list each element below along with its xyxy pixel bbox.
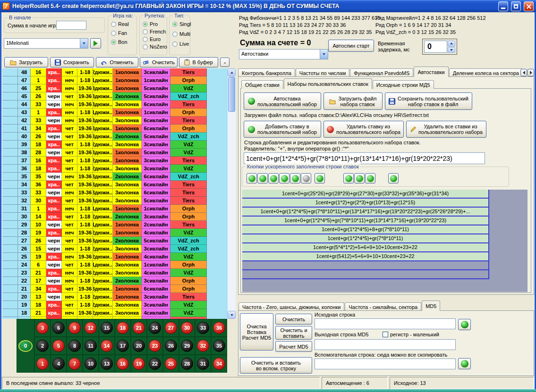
board-cell-0[interactable]: 0: [17, 319, 34, 373]
tab-исходные-строки-мд5[interactable]: Исходные строки МД5: [373, 80, 434, 89]
radio-multi[interactable]: Multi: [172, 31, 191, 37]
tabs-scroll-left-button[interactable]: [520, 69, 527, 76]
tab-наборы-пользовательских-ставок[interactable]: Наборы пользовательских ставок: [284, 78, 372, 89]
maximize-button[interactable]: [511, 1, 521, 11]
history-row[interactable]: 3014кра..чет1-182дюжи...2колонка3сиклайн…: [2, 213, 228, 221]
tab-частота-zero-шансы-дюжины-колонки[interactable]: Частота - Zero, шансы, дюжины, колонки: [238, 302, 344, 311]
history-row[interactable]: 1727кра..неч19-363дюжи...3колонка5сиклай…: [2, 317, 228, 319]
minimize-button[interactable]: [498, 1, 508, 11]
start-sum-input[interactable]: [56, 21, 86, 30]
history-row[interactable]: 246чернчет1-181дюжи...3колонка1сиклайнOr…: [2, 261, 228, 269]
load-button[interactable]: Загрузить: [4, 57, 48, 67]
register-checkbox[interactable]: [383, 332, 388, 337]
md5-source-input[interactable]: [315, 318, 456, 329]
scroll-down-button[interactable]: [228, 311, 236, 319]
board-cell-6[interactable]: 6: [51, 319, 67, 337]
radio-live[interactable]: Live: [172, 41, 191, 47]
bet-list-row[interactable]: 1cent+0+gr(25*26)+gr(28*29)+gr(27*30)+gr…: [242, 190, 489, 199]
md5-multi-button[interactable]: Очистка Вставка Расчет MD5: [240, 313, 273, 350]
board-cell-15[interactable]: 15: [99, 319, 115, 337]
preset-combobox[interactable]: 1Melonati: [4, 38, 88, 49]
board-cell-22[interactable]: 22: [147, 355, 163, 373]
history-row[interactable]: 4526чернчет19-363дюжи...2колонка5сиклайн…: [2, 92, 228, 100]
tab-частота-сиклайны-сектора[interactable]: Частота - сиклайны, сектора: [345, 302, 421, 311]
close-button[interactable]: [524, 1, 534, 11]
tab-деление-колеса-на-сектора[interactable]: Деление колеса на сектора: [449, 68, 523, 77]
delay-spinner-value[interactable]: 0: [424, 41, 447, 53]
radio-french[interactable]: French: [143, 28, 167, 35]
history-row[interactable]: 2217черннеч1-182дюжи...2колонка3сиклайнO…: [2, 277, 228, 285]
chip-button[interactable]: [279, 173, 289, 183]
board-cell-7[interactable]: 7: [67, 355, 83, 373]
history-row[interactable]: 4816кра..чет1-182дюжи...1колонка3сиклайн…: [2, 68, 228, 76]
chip-button[interactable]: [247, 173, 257, 183]
history-row[interactable]: 3333черннеч19-363дюжи...3колонка6сиклайн…: [2, 189, 228, 197]
radio-euro[interactable]: Euro: [143, 36, 167, 42]
board-cell-5[interactable]: 5: [51, 337, 67, 355]
board-cell-14[interactable]: 14: [99, 337, 115, 355]
history-row[interactable]: 1918кра..чет1-182дюжи...3колонка3сиклайн…: [2, 301, 228, 309]
board-cell-17[interactable]: 17: [115, 337, 131, 355]
collapse-button[interactable]: -: [220, 58, 230, 67]
board-cell-20[interactable]: 20: [131, 337, 147, 355]
radio-real[interactable]: Real: [111, 21, 129, 27]
radio-fan[interactable]: Fan: [111, 30, 129, 36]
remove-all-bets-button[interactable]: Удалить все ставки из пользовательского …: [406, 121, 486, 138]
board-cell-27[interactable]: 27: [163, 319, 179, 337]
md5-aux-input[interactable]: [315, 359, 456, 369]
history-row[interactable]: 2615черннеч1-182дюжи...3колонка3сиклайнV…: [2, 245, 228, 253]
board-cell-34[interactable]: 34: [211, 355, 227, 373]
history-row[interactable]: 3828чернчет19-363дюжи...1колонка5сиклайн…: [2, 149, 228, 157]
history-row[interactable]: 3230кра..чет19-363дюжи...3колонка5сиклай…: [2, 197, 228, 205]
board-cell-10[interactable]: 10: [83, 355, 99, 373]
play-button[interactable]: [90, 38, 101, 49]
history-row[interactable]: 4233черннеч19-363дюжи...3колонка6сиклайн…: [2, 117, 228, 125]
board-cell-35[interactable]: 35: [211, 337, 227, 355]
history-row[interactable]: 311кра..неч1-181дюжи...1колонка1сиклайнO…: [2, 205, 228, 213]
clear-button[interactable]: Очистить: [140, 57, 178, 67]
board-cell-32[interactable]: 32: [195, 337, 211, 355]
spin-down-button[interactable]: [448, 47, 455, 53]
history-row[interactable]: 2726чернчет19-363дюжи...2колонка5сиклайн…: [2, 237, 228, 245]
bet-list-row[interactable]: 1cent+gr(5*4*1*2)+5+6+9+10+10cent+23+22: [242, 243, 489, 252]
chip-button[interactable]: [365, 173, 375, 183]
md5-source-go-button[interactable]: [458, 319, 471, 330]
bet-list-row[interactable]: 1cent+0+gr(1*2*4*5)+gr(7*8*10*11)+gr(13*…: [242, 217, 489, 225]
radio-singl[interactable]: Singl: [172, 21, 191, 27]
history-row[interactable]: 2910чернчет1-181дюжи...1колонка2сиклайнT…: [2, 221, 228, 229]
history-row[interactable]: 3918кра..чет1-182дюжи...3колонка3сиклайн…: [2, 141, 228, 149]
history-row[interactable]: 1821кра..неч19-362дюжи...3колонка4сиклай…: [2, 309, 228, 317]
board-cell-13[interactable]: 13: [99, 355, 115, 373]
bet-string-input[interactable]: [244, 152, 485, 164]
history-row[interactable]: 2013черннеч1-182дюжи...1колонка3сиклайнT…: [2, 293, 228, 301]
autospin-start-button[interactable]: Автоспин старт: [328, 40, 374, 52]
bet-list-row[interactable]: 1cent+0+gr(1*2*4*5)+8+gr(7*8*10*11): [242, 225, 489, 234]
history-row[interactable]: 3618кра..чет1-182дюжи...3колонка3сиклайн…: [2, 165, 228, 173]
save-bet-set-file-button[interactable]: Сохранить пользовательский набор ставок …: [385, 92, 472, 110]
history-row[interactable]: 431кра..неч1-181дюжи...1колонка1сиклайнO…: [2, 108, 228, 117]
md5-clear-paste-aux-button[interactable]: Очистить и вставить во вспом. строку: [240, 357, 312, 374]
chip-button[interactable]: [301, 173, 311, 183]
md5-calc-button[interactable]: Расчет MD5: [275, 341, 312, 352]
md5-clear-paste-button[interactable]: Очистить и вставить: [275, 326, 312, 340]
radio-nozero[interactable]: NoZero: [143, 43, 167, 50]
history-row[interactable]: 3716кра..чет1-182дюжи...1колонка3сиклайн…: [2, 157, 228, 165]
board-cell-4[interactable]: 4: [51, 355, 67, 373]
scroll-up-button[interactable]: [228, 68, 236, 76]
md5-aux-go-button[interactable]: [458, 358, 471, 369]
tab-частоты-по-числам[interactable]: Частоты по числам: [296, 68, 349, 77]
chevron-down-icon[interactable]: [80, 39, 88, 48]
to-buffer-button[interactable]: В буфер: [179, 57, 218, 67]
md5-clear-button[interactable]: Очистить: [275, 314, 312, 325]
tab-функционал-psevdoms[interactable]: Функционал PsevdoMS: [350, 68, 413, 77]
board-cell-2[interactable]: 2: [34, 337, 51, 355]
tab-общие-ставки[interactable]: Общие ставки: [241, 80, 283, 89]
board-cell-31[interactable]: 31: [195, 355, 211, 373]
board-cell-19[interactable]: 19: [131, 355, 147, 373]
history-row[interactable]: 471кра..неч1-181дюжи...1колонка1сиклайнO…: [2, 76, 228, 84]
chip-button[interactable]: [354, 173, 365, 183]
board-cell-21[interactable]: 21: [131, 319, 147, 337]
board-cell-30[interactable]: 30: [179, 319, 195, 337]
history-row[interactable]: 3436кра..чет19-363дюжи...3колонка6сиклай…: [2, 181, 228, 189]
board-cell-12[interactable]: 12: [83, 319, 99, 337]
